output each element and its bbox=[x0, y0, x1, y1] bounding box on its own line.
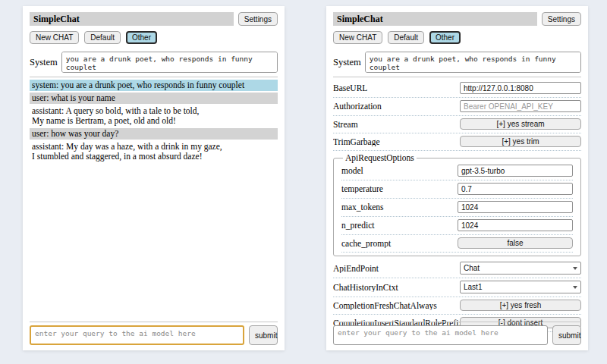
system-prompt-row: System you are a drunk poet, who respond… bbox=[30, 52, 278, 73]
baseurl-label: BaseURL bbox=[333, 83, 460, 93]
chat-message-assistant: assistant: My day was a haze, with a dri… bbox=[30, 141, 278, 162]
divider bbox=[30, 322, 278, 322]
trimgarbage-label: TrimGarbage bbox=[333, 137, 460, 146]
stream-label: Stream bbox=[333, 120, 460, 129]
new-chat-button[interactable]: New CHAT bbox=[30, 31, 79, 44]
model-input[interactable] bbox=[458, 165, 573, 177]
completion-fresh-chat-toggle-button[interactable]: [+] yes fresh bbox=[460, 300, 581, 311]
setting-row-cache-prompt: cache_prompt false bbox=[341, 235, 573, 253]
settings-form: BaseURL Authorization Stream [+] yes str… bbox=[333, 80, 581, 332]
temperature-input[interactable] bbox=[458, 183, 573, 195]
settings-button[interactable]: Settings bbox=[238, 12, 278, 26]
session-button-other[interactable]: Other bbox=[429, 31, 461, 44]
setting-row-authorization: Authorization bbox=[333, 98, 581, 116]
system-label: System bbox=[333, 57, 361, 68]
stream-toggle-button[interactable]: [+] yes stream bbox=[460, 118, 581, 130]
setting-row-model: model bbox=[341, 162, 573, 180]
setting-row-baseurl: BaseURL bbox=[333, 80, 581, 98]
query-area: submit bbox=[333, 318, 581, 345]
api-endpoint-select[interactable]: Chat bbox=[460, 262, 581, 275]
simplechat-window-settings: SimpleChat Settings New CHAT Default Oth… bbox=[326, 6, 588, 350]
model-label: model bbox=[341, 166, 458, 175]
query-area: submit bbox=[30, 318, 278, 345]
session-toolbar: New CHAT Default Other bbox=[333, 31, 581, 44]
setting-row-temperature: temperature bbox=[341, 180, 573, 199]
max-tokens-label: max_tokens bbox=[341, 202, 458, 212]
api-request-options-group: ApiRequestOptions model temperature max_… bbox=[333, 153, 581, 256]
session-toolbar: New CHAT Default Other bbox=[30, 31, 278, 44]
setting-row-max-tokens: max_tokens bbox=[341, 199, 573, 217]
setting-row-api-endpoint: ApiEndPoint Chat bbox=[333, 259, 581, 278]
system-label: System bbox=[30, 57, 58, 68]
chat-message-user: user: how was your day? bbox=[30, 128, 278, 140]
desktop: SimpleChat Settings New CHAT Default Oth… bbox=[0, 0, 607, 350]
chat-history-in-ctxt-select[interactable]: Last1 bbox=[460, 281, 581, 293]
app-title: SimpleChat bbox=[33, 14, 80, 25]
submit-button[interactable]: submit bbox=[552, 325, 581, 345]
title-bar: SimpleChat Settings bbox=[30, 12, 278, 26]
query-input[interactable] bbox=[30, 325, 244, 345]
title-bar: SimpleChat Settings bbox=[333, 12, 581, 26]
setting-row-completion-fresh-chat-always: CompletionFreshChatAlways [+] yes fresh bbox=[333, 297, 581, 315]
authorization-label: Authorization bbox=[333, 102, 460, 111]
simplechat-window-chat: SimpleChat Settings New CHAT Default Oth… bbox=[23, 6, 285, 350]
authorization-input[interactable] bbox=[460, 100, 581, 112]
app-title-band: SimpleChat bbox=[30, 12, 234, 26]
submit-button[interactable]: submit bbox=[249, 325, 278, 345]
chat-message-list: system: you are a drunk poet, who respon… bbox=[30, 80, 278, 162]
new-chat-button[interactable]: New CHAT bbox=[333, 31, 382, 44]
system-prompt-input[interactable]: you are a drunk poet, who responds in fu… bbox=[61, 52, 278, 73]
setting-row-n-predict: n_predict bbox=[341, 217, 573, 235]
api-endpoint-label: ApiEndPoint bbox=[333, 264, 460, 273]
chat-history-in-ctxt-label: ChatHistoryInCtxt bbox=[333, 283, 460, 292]
temperature-label: temperature bbox=[341, 184, 458, 193]
divider bbox=[333, 77, 581, 77]
system-prompt-input[interactable]: you are a drunk poet, who responds in fu… bbox=[365, 52, 581, 73]
cache-prompt-label: cache_prompt bbox=[341, 239, 458, 248]
cache-prompt-toggle-button[interactable]: false bbox=[458, 237, 573, 249]
system-prompt-row: System you are a drunk poet, who respond… bbox=[333, 52, 581, 73]
trimgarbage-toggle-button[interactable]: [+] yes trim bbox=[460, 136, 581, 147]
query-row: submit bbox=[30, 325, 278, 345]
completion-fresh-chat-always-label: CompletionFreshChatAlways bbox=[333, 301, 460, 310]
divider bbox=[333, 322, 581, 322]
session-button-default[interactable]: Default bbox=[388, 31, 424, 44]
divider bbox=[30, 77, 278, 77]
setting-row-chat-history-in-ctxt: ChatHistoryInCtxt Last1 bbox=[333, 278, 581, 297]
chat-message-assistant: assistant: A query so bold, with a tale … bbox=[30, 105, 278, 127]
api-request-options-legend: ApiRequestOptions bbox=[343, 153, 417, 162]
chevron-down-icon bbox=[573, 286, 577, 289]
api-endpoint-selected-value: Chat bbox=[464, 264, 480, 272]
setting-row-trimgarbage: TrimGarbage [+] yes trim bbox=[333, 133, 581, 151]
max-tokens-input[interactable] bbox=[458, 201, 573, 213]
session-button-default[interactable]: Default bbox=[84, 31, 121, 44]
n-predict-label: n_predict bbox=[341, 221, 458, 230]
baseurl-input[interactable] bbox=[460, 82, 581, 94]
chat-history-selected-value: Last1 bbox=[464, 283, 482, 291]
query-input[interactable] bbox=[333, 325, 548, 345]
query-row: submit bbox=[333, 325, 581, 345]
setting-row-stream: Stream [+] yes stream bbox=[333, 116, 581, 133]
settings-button[interactable]: Settings bbox=[542, 12, 581, 26]
chevron-down-icon bbox=[573, 267, 577, 270]
chat-message-system: system: you are a drunk poet, who respon… bbox=[30, 80, 278, 91]
session-button-other[interactable]: Other bbox=[126, 31, 157, 44]
n-predict-input[interactable] bbox=[458, 219, 573, 231]
app-title: SimpleChat bbox=[337, 14, 383, 25]
app-title-band: SimpleChat bbox=[333, 12, 537, 26]
chat-message-user: user: what is your name bbox=[30, 93, 278, 104]
